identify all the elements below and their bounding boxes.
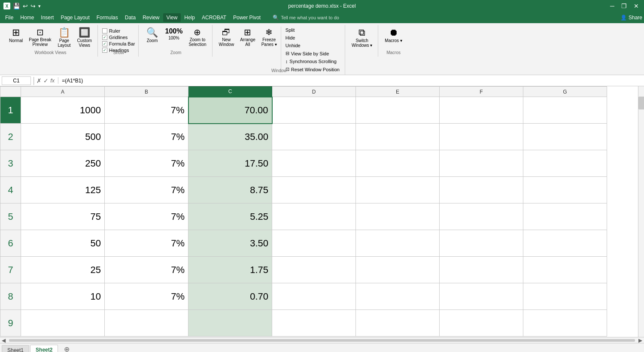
cell-b6[interactable]: 7%	[105, 230, 188, 257]
quick-undo[interactable]: ↩	[23, 3, 28, 9]
cell-d7[interactable]	[272, 257, 356, 283]
cancel-icon[interactable]: ✗	[36, 77, 42, 84]
cell-b3[interactable]: 7%	[105, 150, 188, 177]
cell-d6[interactable]	[272, 230, 356, 257]
col-header-d[interactable]: D	[272, 87, 356, 97]
cell-c4[interactable]: 8.75	[188, 177, 272, 203]
view-side-by-side-button[interactable]: ⊟ View Side by Side	[284, 50, 341, 57]
formula-bar-checkbox-box[interactable]: ✓	[102, 41, 107, 46]
scroll-left-icon[interactable]: ◀	[0, 337, 7, 343]
quick-save[interactable]: 💾	[13, 3, 20, 9]
switch-windows-button[interactable]: ⧉ SwitchWindows ▾	[349, 27, 374, 49]
cell-c2[interactable]: 35.00	[188, 124, 272, 150]
zoom-button[interactable]: 🔍 Zoom	[143, 27, 161, 44]
sheet-tab-sheet2[interactable]: Sheet2	[30, 345, 58, 352]
menu-review[interactable]: Review	[139, 13, 163, 22]
formula-input[interactable]	[60, 77, 642, 85]
cell-b7[interactable]: 7%	[105, 257, 188, 283]
cell-b2[interactable]: 7%	[105, 124, 188, 150]
menu-formulas[interactable]: Formulas	[93, 13, 122, 22]
cell-d4[interactable]	[272, 177, 356, 203]
ruler-checkbox[interactable]: Ruler	[102, 28, 135, 33]
cell-a1[interactable]: 1000	[21, 97, 105, 124]
freeze-panes-button[interactable]: ❄ FreezePanes ▾	[259, 27, 279, 48]
col-header-g[interactable]: G	[523, 87, 607, 97]
cell-d1[interactable]	[272, 97, 356, 124]
custom-views-button[interactable]: 🔲 CustomViews	[75, 27, 94, 49]
confirm-icon[interactable]: ✓	[43, 77, 49, 84]
close-button[interactable]: ✕	[632, 3, 641, 9]
cell-f1[interactable]	[440, 97, 523, 124]
formula-bar-checkbox[interactable]: ✓ Formula Bar	[102, 41, 135, 46]
page-break-preview-button[interactable]: ⊡ Page BreakPreview	[27, 27, 53, 48]
menu-view[interactable]: View	[163, 13, 181, 22]
menu-insert[interactable]: Insert	[37, 13, 57, 22]
split-button[interactable]: Split	[284, 27, 341, 33]
menu-power-pivot[interactable]: Power Pivot	[230, 13, 264, 22]
cell-g3[interactable]	[523, 150, 607, 177]
unhide-button[interactable]: Unhide	[284, 42, 341, 49]
cell-d9[interactable]	[272, 310, 356, 337]
cell-b5[interactable]: 7%	[105, 203, 188, 230]
cell-e9[interactable]	[356, 310, 440, 337]
cell-e3[interactable]	[356, 150, 440, 177]
minimize-button[interactable]: ─	[608, 3, 616, 9]
cell-g7[interactable]	[523, 257, 607, 283]
scroll-right-icon[interactable]: ▶	[637, 337, 644, 343]
cell-c8[interactable]: 0.70	[188, 283, 272, 310]
arrange-all-button[interactable]: ⊞ ArrangeAll	[238, 27, 258, 48]
menu-home[interactable]: Home	[17, 13, 37, 22]
menu-help[interactable]: Help	[181, 13, 198, 22]
cell-b4[interactable]: 7%	[105, 177, 188, 203]
cell-g1[interactable]	[523, 97, 607, 124]
horizontal-scrollbar[interactable]: ◀ ▶	[0, 337, 644, 343]
gridlines-checkbox[interactable]: ✓ Gridlines	[102, 35, 135, 40]
new-window-button[interactable]: 🗗 NewWindow	[217, 27, 237, 48]
cell-b9[interactable]	[105, 310, 188, 337]
cell-c1[interactable]: 70.00	[188, 97, 272, 124]
cell-a4[interactable]: 125	[21, 177, 105, 203]
menu-file[interactable]: File	[2, 13, 17, 22]
cell-g4[interactable]	[523, 177, 607, 203]
hide-button[interactable]: Hide	[284, 34, 341, 41]
page-layout-button[interactable]: 📋 PageLayout	[55, 27, 73, 49]
zoom-100-button[interactable]: 100% 100%	[163, 27, 185, 42]
cell-a6[interactable]: 50	[21, 230, 105, 257]
restore-button[interactable]: ❐	[620, 3, 629, 9]
sync-scrolling-button[interactable]: ↕ Synchronous Scrolling	[284, 58, 341, 65]
cell-c6[interactable]: 3.50	[188, 230, 272, 257]
cell-e6[interactable]	[356, 230, 440, 257]
menu-page-layout[interactable]: Page Layout	[57, 13, 93, 22]
macros-button[interactable]: ⏺ Macros ▾	[383, 27, 404, 44]
cell-d3[interactable]	[272, 150, 356, 177]
cell-d2[interactable]	[272, 124, 356, 150]
cell-f6[interactable]	[440, 230, 523, 257]
menu-acrobat[interactable]: ACROBAT	[198, 13, 230, 22]
col-header-b[interactable]: B	[105, 87, 188, 97]
cell-g6[interactable]	[523, 230, 607, 257]
menu-data[interactable]: Data	[122, 13, 139, 22]
quick-customize[interactable]: ▾	[38, 3, 41, 9]
zoom-to-selection-button[interactable]: ⊕ Zoom toSelection	[186, 27, 208, 48]
cell-e4[interactable]	[356, 177, 440, 203]
cell-a8[interactable]: 10	[21, 283, 105, 310]
cell-g2[interactable]	[523, 124, 607, 150]
cell-e7[interactable]	[356, 257, 440, 283]
cell-a2[interactable]: 500	[21, 124, 105, 150]
cell-e1[interactable]	[356, 97, 440, 124]
cell-e5[interactable]	[356, 203, 440, 230]
cell-c9[interactable]	[188, 310, 272, 337]
cell-f2[interactable]	[440, 124, 523, 150]
cell-a3[interactable]: 250	[21, 150, 105, 177]
col-header-e[interactable]: E	[356, 87, 440, 97]
normal-button[interactable]: ⊞ Normal	[7, 27, 25, 44]
share-button[interactable]: 👤 Share	[620, 15, 642, 21]
cell-f7[interactable]	[440, 257, 523, 283]
add-sheet-button[interactable]: ⊕	[61, 343, 73, 352]
cell-c7[interactable]: 1.75	[188, 257, 272, 283]
sheet-tab-sheet1[interactable]: Sheet1	[2, 345, 29, 352]
cell-f8[interactable]	[440, 283, 523, 310]
cell-d5[interactable]	[272, 203, 356, 230]
gridlines-checkbox-box[interactable]: ✓	[102, 35, 107, 40]
vertical-scrollbar[interactable]	[638, 86, 644, 337]
